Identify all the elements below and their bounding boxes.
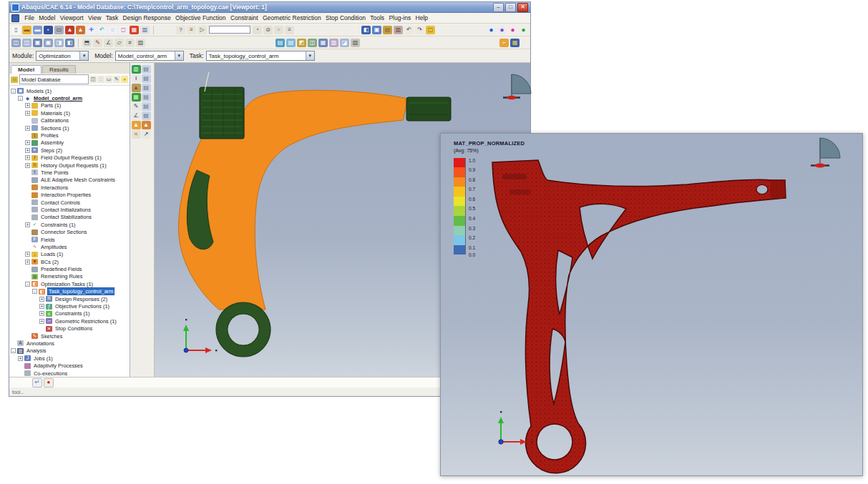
selection-filter-input[interactable] <box>209 26 250 34</box>
expand-toggle-icon[interactable]: + <box>25 155 30 160</box>
tree-item[interactable]: Interactions <box>9 184 130 191</box>
create-stop-condition-icon[interactable]: ∠ <box>132 112 141 120</box>
magnify-view-icon[interactable]: ◌ <box>108 26 117 34</box>
tree-item[interactable]: + h History Output Requests (1) <box>9 162 130 169</box>
module-select[interactable]: Optimization ▼ <box>36 51 89 61</box>
tree-collapse-icon[interactable]: ▭ <box>105 76 112 83</box>
stop-condition-manager-icon[interactable]: ▤ <box>142 112 151 120</box>
validate-icon[interactable]: ▲ <box>142 121 151 129</box>
kernel-command-line-icon[interactable]: ● <box>44 378 54 387</box>
redo-icon[interactable]: ↷ <box>415 26 424 34</box>
mesh-display-icon[interactable]: ▦ <box>318 39 328 47</box>
expand-toggle-icon[interactable]: + <box>39 304 44 309</box>
expand-toggle-icon[interactable]: + <box>25 103 30 108</box>
field-output-icon[interactable]: ▦ <box>510 39 520 47</box>
view-top-icon[interactable]: ◨ <box>54 39 64 47</box>
tree-item[interactable]: + ≡ Steps (2) <box>9 147 130 154</box>
expand-toggle-icon[interactable]: + <box>25 140 30 145</box>
menu-item[interactable]: Plug-ins <box>386 14 413 22</box>
tree-item[interactable]: + Assembly <box>9 139 130 147</box>
perspective-icon[interactable]: ⬒ <box>82 39 92 47</box>
tree-item[interactable]: Predefined Fields <box>9 265 130 272</box>
cycle-views-icon[interactable]: ▥ <box>140 26 150 34</box>
view-iso-icon[interactable]: ◧ <box>65 39 74 47</box>
tree-item[interactable]: + Materials (1) <box>9 109 130 117</box>
view-left-icon[interactable]: ▣ <box>33 39 42 47</box>
upload-model-icon[interactable]: ▲ <box>65 26 74 34</box>
display-group-icon[interactable]: ◫ <box>308 39 317 47</box>
expand-toggle-icon[interactable]: - <box>11 89 16 94</box>
create-objective-icon[interactable]: ▲ <box>132 84 141 92</box>
menu-item[interactable]: Objective Function <box>173 14 228 22</box>
expand-toggle-icon[interactable]: + <box>25 111 30 116</box>
expand-toggle-icon[interactable]: - <box>11 348 16 353</box>
abaqus-viewer-icon[interactable]: ● <box>497 26 507 34</box>
undo-icon[interactable]: ↶ <box>404 26 414 34</box>
tree-item[interactable]: F Fields <box>9 236 130 243</box>
highlight-icon[interactable]: ▢ <box>426 26 435 34</box>
expand-toggle-icon[interactable]: + <box>39 311 44 316</box>
tree-item[interactable]: Contact Stabilizations <box>9 214 130 221</box>
tab-model[interactable]: Model <box>11 65 42 74</box>
constraint-manager-icon[interactable]: ▤ <box>142 93 151 102</box>
tree-item[interactable]: + ↓ Loads (1) <box>9 251 130 258</box>
grid-icon[interactable]: # <box>125 39 135 47</box>
tree-item[interactable]: t Time Points <box>9 169 130 176</box>
plugin-magenta-icon[interactable]: ● <box>508 26 517 34</box>
tree-item[interactable]: + Sections (1) <box>9 124 130 132</box>
view-back-icon[interactable]: ◫ <box>22 39 31 47</box>
menu-item[interactable]: View <box>86 14 104 22</box>
tree-item[interactable]: - ▣ Models (1) <box>9 87 130 94</box>
pattern-icon[interactable]: ▧ <box>351 39 360 47</box>
tree-item[interactable]: + ƒ Objective Functions (1) <box>9 302 130 310</box>
tree-item[interactable]: + Parts (1) <box>9 102 130 109</box>
tree-bulb-icon[interactable]: ● <box>121 76 128 83</box>
expand-toggle-icon[interactable]: - <box>18 96 23 101</box>
tree-item[interactable]: + f Field Output Requests (1) <box>9 154 130 162</box>
open-icon[interactable]: ▬ <box>22 26 31 34</box>
view-compass-icon[interactable] <box>503 74 531 99</box>
tab-results[interactable]: Results <box>42 65 76 74</box>
cut-view-icon[interactable]: ◩ <box>297 39 306 47</box>
tree-item[interactable]: + ▼ BCs (2) <box>9 258 130 265</box>
view-right-icon[interactable]: ▣ <box>44 39 53 47</box>
process-manager-icon[interactable]: ▲ <box>132 121 141 129</box>
render-shaded-icon[interactable]: ▫ <box>274 26 283 34</box>
create-restriction-icon[interactable]: ✎ <box>132 102 141 111</box>
edit-mesh-icon[interactable]: ✎ <box>93 39 102 47</box>
create-constraint-icon[interactable]: ▦ <box>132 93 141 102</box>
results-viewport-window[interactable]: MAT_PROP_NORMALIZED (Avg: 75%) 1.0 0.9 0… <box>440 133 863 476</box>
tree-item[interactable]: + R Design Responses (2) <box>9 295 130 302</box>
tree-item[interactable]: Connector Sections <box>9 228 130 235</box>
expand-toggle-icon[interactable]: + <box>25 126 30 131</box>
menu-item[interactable]: Stop Condition <box>323 14 368 22</box>
texture-icon[interactable]: ▨ <box>136 39 145 47</box>
print-icon[interactable]: ▭ <box>54 26 64 34</box>
tree-item[interactable]: I Profiles <box>9 132 130 139</box>
create-task-icon[interactable]: ▥ <box>132 65 141 74</box>
datum-toolbox-icon[interactable]: ↗ <box>142 130 151 139</box>
tree-item[interactable]: Calibrations <box>9 117 130 124</box>
menu-item[interactable]: Constraint <box>228 14 260 22</box>
tree-item[interactable]: ✎ Sketches <box>9 332 130 340</box>
view-front-icon[interactable]: ◫ <box>11 39 21 47</box>
translucency-icon[interactable]: ▤ <box>286 39 296 47</box>
selection-filter-icon[interactable]: ▥ <box>329 39 338 47</box>
tree-pin-icon[interactable]: : <box>97 76 104 83</box>
menu-item[interactable]: Viewport <box>58 14 86 22</box>
maximize-button[interactable]: □ <box>505 3 516 12</box>
tree-item[interactable]: + ✓ Constraints (1) <box>9 221 130 228</box>
tree-item[interactable]: - ◧ Task_topology_control_arm <box>9 288 130 295</box>
tree-item[interactable]: A Annotations <box>9 340 130 347</box>
title-bar[interactable]: Abaqus/CAE 6.14 - Model Database: C:\Tem… <box>9 2 530 13</box>
restriction-manager-icon[interactable]: ▤ <box>142 102 151 111</box>
tree-item[interactable]: Contact Controls <box>9 199 130 206</box>
open-database-icon[interactable]: ▬ <box>33 26 42 34</box>
expand-toggle-icon[interactable]: + <box>39 319 44 324</box>
abaqus-cae-icon[interactable]: ● <box>487 26 496 34</box>
create-design-response-icon[interactable]: I <box>132 74 141 83</box>
expand-toggle-icon[interactable]: + <box>39 297 44 302</box>
zoom-window-icon[interactable]: ◻ <box>119 26 128 34</box>
expand-toggle-icon[interactable]: + <box>18 356 23 361</box>
objective-manager-icon[interactable]: ▤ <box>142 84 151 92</box>
